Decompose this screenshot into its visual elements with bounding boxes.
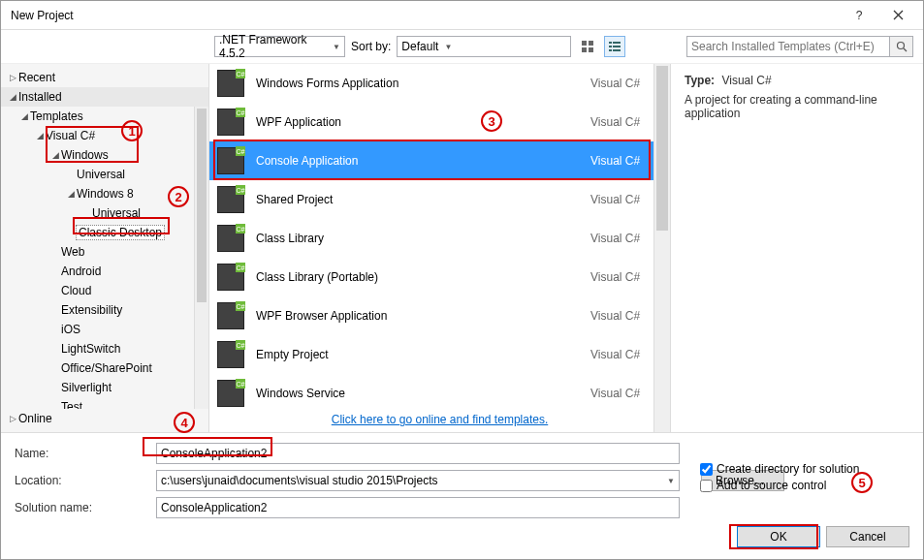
- details-pane: Type: Visual C# A project for creating a…: [671, 64, 923, 432]
- chevron-down-icon: ▼: [667, 477, 675, 485]
- search-button[interactable]: [890, 36, 913, 57]
- ok-button[interactable]: OK: [737, 526, 820, 547]
- tree-universal[interactable]: Universal: [1, 165, 208, 184]
- tree-officesp[interactable]: Office/SharePoint: [1, 358, 208, 378]
- tree-cloud[interactable]: Cloud: [1, 281, 208, 300]
- chevron-down-icon: ▼: [333, 43, 340, 51]
- sortby-label: Sort by:: [351, 40, 391, 53]
- name-label: Name:: [15, 447, 150, 460]
- view-tiles-button[interactable]: [577, 36, 598, 57]
- chevron-down-icon: ◢: [34, 131, 46, 140]
- type-value: Visual C#: [721, 74, 771, 87]
- template-icon: C#: [217, 147, 244, 174]
- online-templates-link[interactable]: Click here to go online and find templat…: [332, 413, 548, 426]
- template-row[interactable]: C#Windows ServiceVisual C#: [209, 374, 670, 407]
- name-input[interactable]: [156, 443, 680, 464]
- svg-rect-7: [613, 46, 621, 47]
- chevron-down-icon: ◢: [65, 189, 77, 199]
- chevron-down-icon: ◢: [49, 150, 61, 160]
- create-dir-label: Create directory for solution: [717, 462, 859, 476]
- solution-input[interactable]: [156, 497, 680, 518]
- tree-installed[interactable]: ◢ Installed: [1, 87, 208, 107]
- svg-rect-5: [613, 42, 621, 44]
- template-name: Windows Forms Application: [256, 77, 579, 90]
- template-lang: Visual C#: [590, 77, 658, 90]
- tree-silverlight[interactable]: Silverlight: [1, 378, 208, 397]
- svg-rect-9: [613, 49, 621, 51]
- template-row[interactable]: C#Shared ProjectVisual C#: [209, 180, 670, 219]
- template-name: Class Library: [256, 232, 579, 245]
- template-icon: C#: [217, 302, 244, 329]
- svg-rect-3: [589, 47, 593, 52]
- chevron-right-icon: ▷: [7, 73, 18, 82]
- add-source-label: Add to source control: [717, 479, 826, 492]
- tree-ios[interactable]: iOS: [1, 320, 208, 339]
- tree-extensibility[interactable]: Extensibility: [1, 300, 208, 320]
- tree-visual-csharp[interactable]: ◢ Visual C#: [1, 126, 208, 145]
- type-label: Type:: [685, 74, 715, 87]
- solution-label: Solution name:: [15, 501, 150, 514]
- svg-rect-0: [582, 41, 587, 46]
- svg-rect-8: [609, 49, 612, 51]
- template-icon: C#: [217, 264, 244, 291]
- template-lang: Visual C#: [590, 193, 658, 206]
- template-icon: C#: [217, 70, 244, 97]
- svg-rect-2: [582, 47, 587, 52]
- tree-templates[interactable]: ◢ Templates: [1, 107, 208, 126]
- template-lang: Visual C#: [590, 270, 658, 284]
- template-row[interactable]: C#Empty ProjectVisual C#: [209, 335, 670, 374]
- view-list-button[interactable]: [604, 36, 625, 57]
- svg-rect-4: [609, 42, 612, 44]
- chevron-down-icon: ▼: [444, 43, 452, 51]
- template-name: WPF Browser Application: [256, 309, 579, 323]
- template-name: Shared Project: [256, 193, 579, 206]
- search-input[interactable]: [686, 36, 890, 57]
- template-description: A project for creating a command-line ap…: [685, 93, 909, 120]
- create-dir-checkbox[interactable]: [700, 463, 713, 476]
- svg-point-10: [897, 43, 904, 49]
- chevron-down-icon: ◢: [18, 111, 30, 121]
- template-lang: Visual C#: [590, 154, 658, 168]
- template-row[interactable]: C#Class LibraryVisual C#: [209, 219, 670, 258]
- svg-rect-1: [589, 41, 593, 46]
- tree-online[interactable]: ▷ Online: [1, 409, 208, 428]
- template-name: Empty Project: [256, 348, 579, 361]
- template-list: C#Windows Forms ApplicationVisual C#C#WP…: [209, 64, 670, 407]
- tree-classic-desktop[interactable]: Classic Desktop: [1, 223, 208, 242]
- left-scrollbar[interactable]: [194, 107, 208, 409]
- cancel-button[interactable]: Cancel: [826, 526, 909, 547]
- template-row[interactable]: C#Windows Forms ApplicationVisual C#: [209, 64, 670, 103]
- template-name: Windows Service: [256, 387, 579, 400]
- tree-android[interactable]: Android: [1, 262, 208, 281]
- template-name: WPF Application: [256, 115, 579, 129]
- framework-combo[interactable]: .NET Framework 4.5.2 ▼: [214, 36, 345, 57]
- template-row[interactable]: C#Console ApplicationVisual C#: [209, 141, 670, 180]
- help-button[interactable]: ?: [840, 2, 878, 29]
- tree-lightswitch[interactable]: LightSwitch: [1, 339, 208, 358]
- template-row[interactable]: C#Class Library (Portable)Visual C#: [209, 258, 670, 296]
- sortby-combo[interactable]: Default ▼: [397, 36, 571, 57]
- template-lang: Visual C#: [590, 232, 658, 245]
- tree-test[interactable]: Test: [1, 397, 208, 409]
- chevron-right-icon: ▷: [7, 414, 18, 423]
- template-row[interactable]: C#WPF ApplicationVisual C#: [209, 103, 670, 141]
- tree-windows8[interactable]: ◢ Windows 8: [1, 184, 208, 203]
- add-source-checkbox[interactable]: [700, 480, 713, 492]
- svg-rect-6: [609, 46, 612, 47]
- location-combo[interactable]: c:\users\junaid\documents\visual studio …: [156, 470, 680, 491]
- tree-web[interactable]: Web: [1, 242, 208, 262]
- template-icon: C#: [217, 225, 244, 252]
- template-icon: C#: [217, 186, 244, 213]
- template-lang: Visual C#: [590, 387, 658, 400]
- tree-recent[interactable]: ▷ Recent: [1, 68, 208, 87]
- close-button[interactable]: [878, 2, 917, 29]
- category-tree: ▷ Recent ◢ Installed ◢ Templates ◢ Visua…: [1, 64, 209, 432]
- template-icon: C#: [217, 380, 244, 407]
- center-scrollbar[interactable]: [653, 64, 670, 432]
- framework-value: .NET Framework 4.5.2: [219, 33, 327, 60]
- tree-windows[interactable]: ◢ Windows: [1, 145, 208, 165]
- window-title: New Project: [7, 9, 840, 22]
- template-row[interactable]: C#WPF Browser ApplicationVisual C#: [209, 296, 670, 335]
- tree-universal2[interactable]: Universal: [1, 203, 208, 223]
- template-icon: C#: [217, 109, 244, 136]
